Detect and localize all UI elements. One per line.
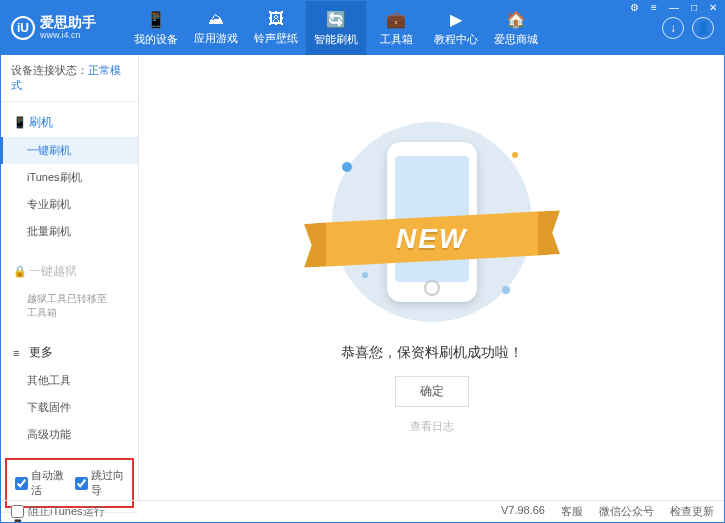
confirm-button[interactable]: 确定 — [395, 376, 469, 407]
group-icon: 📱 — [13, 116, 23, 129]
nav-label: 爱思商城 — [494, 32, 538, 47]
sidebar-item[interactable]: 专业刷机 — [1, 191, 138, 218]
nav-item-5[interactable]: ▶教程中心 — [426, 1, 486, 55]
version-label: V7.98.66 — [501, 504, 545, 519]
check-update-link[interactable]: 检查更新 — [670, 504, 714, 519]
nav-icon: 🖼 — [268, 10, 284, 28]
device-status: 设备连接状态：正常模式 — [1, 55, 138, 102]
sidebar-item[interactable]: 其他工具 — [1, 367, 138, 394]
group-icon: 🔒 — [13, 265, 23, 278]
sidebar-item[interactable]: 高级功能 — [1, 421, 138, 448]
skip-guide-checkbox[interactable]: 跳过向导 — [75, 468, 125, 498]
success-illustration: NEW — [332, 122, 532, 322]
nav-label: 工具箱 — [380, 32, 413, 47]
menu-icon[interactable]: ≡ — [648, 1, 660, 14]
minimize-icon[interactable]: — — [666, 1, 682, 14]
auto-activate-checkbox[interactable]: 自动激活 — [15, 468, 65, 498]
nav-item-6[interactable]: 🏠爱思商城 — [486, 1, 546, 55]
nav-icon: ▶ — [450, 10, 462, 29]
header: iU 爱思助手 www.i4.cn 📱我的设备⛰应用游戏🖼铃声壁纸🔄智能刷机💼工… — [1, 1, 724, 55]
logo-badge: iU — [11, 16, 35, 40]
group-icon: ≡ — [13, 347, 23, 359]
nav-icon: 🏠 — [506, 10, 526, 29]
sidebar-item[interactable]: 批量刷机 — [1, 218, 138, 245]
nav-icon: 🔄 — [326, 10, 346, 29]
sidebar-item[interactable]: 一键刷机 — [1, 137, 138, 164]
user-button[interactable]: 👤 — [692, 17, 714, 39]
footer: 阻止iTunes运行 V7.98.66 客服 微信公众号 检查更新 — [1, 500, 724, 522]
nav-label: 铃声壁纸 — [254, 31, 298, 46]
nav-item-3[interactable]: 🔄智能刷机 — [306, 1, 366, 55]
customer-service-link[interactable]: 客服 — [561, 504, 583, 519]
sidebar: 设备连接状态：正常模式 📱刷机一键刷机iTunes刷机专业刷机批量刷机🔒一键越狱… — [1, 55, 139, 500]
status-label: 设备连接状态： — [11, 64, 88, 76]
nav-label: 应用游戏 — [194, 31, 238, 46]
nav-item-0[interactable]: 📱我的设备 — [126, 1, 186, 55]
nav-label: 智能刷机 — [314, 32, 358, 47]
nav-label: 教程中心 — [434, 32, 478, 47]
main-content: NEW 恭喜您，保资料刷机成功啦！ 确定 查看日志 — [139, 55, 724, 500]
nav-icon: 📱 — [146, 10, 166, 29]
view-log-link[interactable]: 查看日志 — [410, 419, 454, 434]
app-url: www.i4.cn — [40, 31, 96, 41]
result-message: 恭喜您，保资料刷机成功啦！ — [341, 344, 523, 362]
nav-item-2[interactable]: 🖼铃声壁纸 — [246, 1, 306, 55]
sidebar-item[interactable]: 下载固件 — [1, 394, 138, 421]
app-title: 爱思助手 — [40, 15, 96, 30]
download-button[interactable]: ↓ — [662, 17, 684, 39]
nav-item-1[interactable]: ⛰应用游戏 — [186, 1, 246, 55]
nav-item-4[interactable]: 💼工具箱 — [366, 1, 426, 55]
nav-label: 我的设备 — [134, 32, 178, 47]
side-note: 越狱工具已转移至工具箱 — [1, 286, 138, 326]
sidebar-item[interactable]: iTunes刷机 — [1, 164, 138, 191]
nav-icon: 💼 — [386, 10, 406, 29]
side-group-title[interactable]: ≡更多 — [1, 338, 138, 367]
settings-icon[interactable]: ⚙ — [627, 1, 642, 14]
top-nav: 📱我的设备⛰应用游戏🖼铃声壁纸🔄智能刷机💼工具箱▶教程中心🏠爱思商城 — [126, 1, 662, 55]
side-group-title[interactable]: 🔒一键越狱 — [1, 257, 138, 286]
side-group-title[interactable]: 📱刷机 — [1, 108, 138, 137]
close-icon[interactable]: ✕ — [706, 1, 720, 14]
nav-icon: ⛰ — [208, 10, 224, 28]
maximize-icon[interactable]: □ — [688, 1, 700, 14]
wechat-link[interactable]: 微信公众号 — [599, 504, 654, 519]
block-itunes-checkbox[interactable]: 阻止iTunes运行 — [11, 504, 105, 519]
window-controls: ⚙ ≡ — □ ✕ — [627, 1, 720, 14]
logo: iU 爱思助手 www.i4.cn — [11, 15, 126, 40]
